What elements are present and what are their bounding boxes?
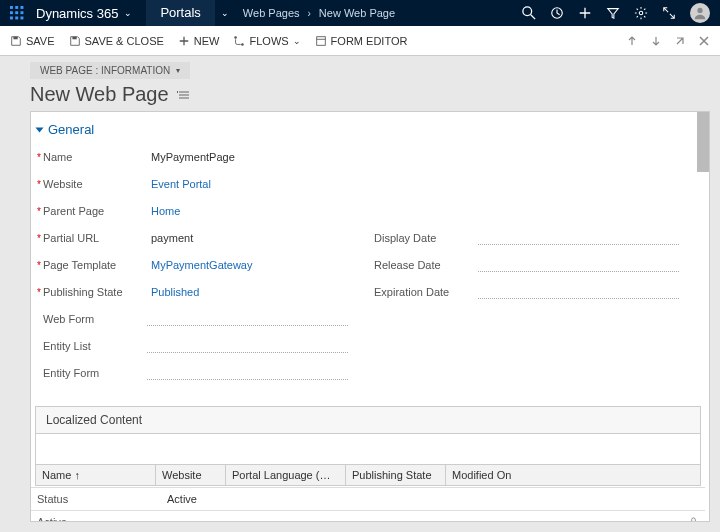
- footer-status-label: Status: [37, 493, 167, 505]
- gridcol-lang[interactable]: Portal Language (Webpage Lang...: [226, 465, 346, 485]
- lock-icon: [688, 517, 699, 523]
- label-entitylist: Entity List: [37, 340, 147, 352]
- popout-icon[interactable]: [674, 35, 686, 47]
- svg-rect-14: [13, 36, 17, 39]
- label-releasedate: Release Date: [368, 259, 478, 271]
- breadcrumb-webpages[interactable]: Web Pages: [243, 7, 300, 19]
- label-website: Website: [37, 178, 147, 190]
- gridcol-modified[interactable]: Modified On: [446, 465, 546, 485]
- save-close-button[interactable]: SAVE & CLOSE: [69, 35, 164, 47]
- section-general[interactable]: General: [31, 112, 705, 143]
- label-parent: Parent Page: [37, 205, 147, 217]
- form-editor-button[interactable]: FORM EDITOR: [315, 35, 408, 47]
- field-partialurl[interactable]: payment: [147, 232, 368, 244]
- svg-rect-3: [10, 11, 13, 14]
- down-icon[interactable]: [650, 35, 662, 47]
- module-caret-icon[interactable]: ⌄: [221, 8, 229, 18]
- svg-rect-7: [15, 17, 18, 20]
- collapse-icon: [36, 127, 44, 132]
- svg-rect-4: [15, 11, 18, 14]
- grid-header-row: Name ↑ Website Portal Language (Webpage …: [35, 464, 701, 486]
- field-pagetpl[interactable]: MyPaymentGateway: [147, 259, 368, 271]
- page-title: New Web Page: [30, 83, 169, 106]
- close-icon[interactable]: [698, 35, 710, 47]
- svg-rect-20: [690, 521, 697, 522]
- label-entityform: Entity Form: [37, 367, 147, 379]
- field-expdate[interactable]: [478, 285, 679, 299]
- label-pagetpl: Page Template: [37, 259, 147, 271]
- scrollbar-thumb[interactable]: [697, 112, 709, 172]
- breadcrumb-sep-icon: ›: [308, 8, 311, 19]
- gridcol-pubstate[interactable]: Publishing State: [346, 465, 446, 485]
- svg-rect-2: [21, 6, 24, 9]
- label-displaydate: Display Date: [368, 232, 478, 244]
- app-launcher-icon[interactable]: [10, 6, 24, 20]
- svg-rect-0: [10, 6, 13, 9]
- gridcol-name[interactable]: Name ↑: [36, 465, 156, 485]
- up-icon[interactable]: [626, 35, 638, 47]
- label-expdate: Expiration Date: [368, 286, 478, 298]
- svg-rect-8: [21, 17, 24, 20]
- label-name: Name: [37, 151, 147, 163]
- svg-rect-6: [10, 17, 13, 20]
- form-menu-icon[interactable]: [177, 88, 191, 102]
- new-button[interactable]: NEW: [178, 35, 220, 47]
- footer-status-value: Active: [167, 493, 699, 505]
- filter-icon[interactable]: [606, 6, 620, 20]
- svg-line-10: [531, 15, 535, 19]
- avatar[interactable]: [690, 3, 710, 23]
- svg-point-13: [697, 8, 702, 13]
- field-entityform[interactable]: [147, 366, 348, 380]
- brand-label[interactable]: Dynamics 365: [36, 6, 118, 21]
- add-icon[interactable]: [578, 6, 592, 20]
- label-pubstate: Publishing State: [37, 286, 147, 298]
- field-pubstate[interactable]: Published: [147, 286, 368, 298]
- footer-active-label: Active: [37, 516, 167, 522]
- svg-point-16: [235, 36, 238, 39]
- svg-point-9: [523, 7, 532, 16]
- field-name[interactable]: MyPaymentPage: [147, 151, 368, 163]
- label-partialurl: Partial URL: [37, 232, 147, 244]
- svg-rect-15: [72, 36, 76, 39]
- field-website[interactable]: Event Portal: [147, 178, 368, 190]
- label-webform: Web Form: [37, 313, 147, 325]
- svg-rect-1: [15, 6, 18, 9]
- field-entitylist[interactable]: [147, 339, 348, 353]
- subgrid-localized-header: Localized Content: [35, 406, 701, 434]
- flows-button[interactable]: FLOWS⌄: [233, 35, 300, 47]
- search-icon[interactable]: [522, 6, 536, 20]
- field-webform[interactable]: [147, 312, 348, 326]
- svg-rect-5: [21, 11, 24, 14]
- svg-point-17: [242, 43, 245, 46]
- field-displaydate[interactable]: [478, 231, 679, 245]
- brand-caret-icon[interactable]: ⌄: [124, 8, 132, 18]
- settings-icon[interactable]: [634, 6, 648, 20]
- svg-rect-18: [316, 36, 325, 45]
- recent-icon[interactable]: [550, 6, 564, 20]
- form-selector[interactable]: WEB PAGE : INFORMATION▾: [30, 62, 190, 79]
- field-releasedate[interactable]: [478, 258, 679, 272]
- expand-icon[interactable]: [662, 6, 676, 20]
- gridcol-website[interactable]: Website: [156, 465, 226, 485]
- field-parent[interactable]: Home: [147, 205, 368, 217]
- breadcrumb-current: New Web Page: [319, 7, 395, 19]
- module-label[interactable]: Portals: [146, 0, 214, 26]
- save-button[interactable]: SAVE: [10, 35, 55, 47]
- svg-point-12: [639, 11, 643, 15]
